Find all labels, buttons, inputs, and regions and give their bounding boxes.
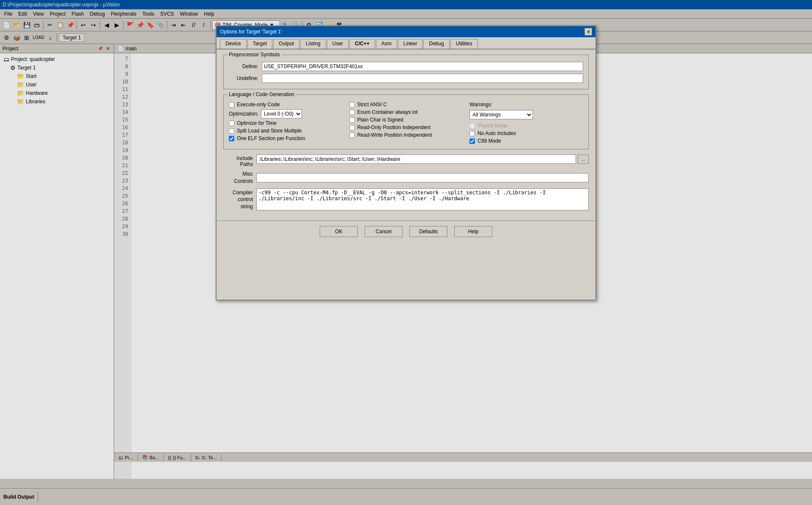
- thumb-mode-checkbox[interactable]: [469, 123, 475, 129]
- include-browse-btn[interactable]: ...: [578, 155, 589, 164]
- tab-user[interactable]: User: [327, 39, 348, 49]
- modal-body: Preprocessor Symbols Define: Undefine: L…: [217, 50, 595, 219]
- enum-container-checkbox[interactable]: [349, 110, 355, 115]
- undefine-label: Undefine:: [229, 75, 258, 81]
- one-elf-row: One ELF Section per Function: [229, 135, 343, 141]
- no-auto-includes-checkbox[interactable]: [469, 131, 475, 136]
- options-dialog: Options for Target 'Target 1' ✕ Device T…: [216, 25, 596, 301]
- compiler-string-textarea[interactable]: [256, 188, 589, 210]
- optimization-label: Optimization:: [229, 111, 258, 117]
- split-load-checkbox[interactable]: [229, 128, 234, 134]
- preprocessor-section: Preprocessor Symbols Define: Undefine:: [223, 55, 589, 89]
- strict-ansi-row: Strict ANSI C: [349, 102, 463, 108]
- modal-overlay: Options for Target 'Target 1' ✕ Device T…: [0, 0, 812, 505]
- execute-only-label: Execute-only Code: [237, 102, 280, 108]
- misc-controls-label: MiscControls: [223, 171, 253, 185]
- ok-button[interactable]: OK: [320, 226, 358, 237]
- include-paths-row: IncludePaths ...: [223, 155, 589, 167]
- plain-char-checkbox[interactable]: [349, 117, 355, 123]
- compiler-string-label: Compilercontrolstring: [223, 188, 253, 210]
- enum-container-label: Enum Container always int: [357, 109, 418, 115]
- c99-mode-checkbox[interactable]: [469, 138, 475, 144]
- misc-controls-row: MiscControls: [223, 171, 589, 185]
- modal-footer: OK Cancel Defaults Help: [217, 221, 595, 242]
- strict-ansi-checkbox[interactable]: [349, 102, 355, 108]
- undefine-row: Undefine:: [229, 74, 583, 83]
- optimize-time-label: Optimize for Time: [237, 120, 277, 126]
- split-load-label: Split Load and Store Multiple: [237, 128, 302, 134]
- define-label: Define:: [229, 63, 258, 69]
- misc-controls-input[interactable]: [256, 173, 589, 182]
- optimization-row: Optimization: Level 0 (-O0) Level 1 (-O1…: [229, 109, 343, 119]
- compiler-string-row: Compilercontrolstring: [223, 188, 589, 210]
- one-elf-checkbox[interactable]: [229, 136, 234, 141]
- tab-debug[interactable]: Debug: [423, 39, 449, 49]
- language-section: Language / Code Generation Execute-only …: [223, 94, 589, 149]
- tab-asm[interactable]: Asm: [376, 39, 397, 49]
- c99-mode-row: C99 Mode: [469, 138, 583, 144]
- language-legend: Language / Code Generation: [227, 91, 296, 97]
- tab-listing[interactable]: Listing: [300, 39, 326, 49]
- modal-close-btn[interactable]: ✕: [584, 28, 592, 36]
- plain-char-row: Plain Char is Signed: [349, 117, 463, 123]
- include-paths-input[interactable]: [256, 155, 576, 164]
- undefine-input[interactable]: [262, 74, 583, 83]
- enum-container-row: Enum Container always int: [349, 109, 463, 115]
- read-only-pos-label: Read-Only Position Independent: [357, 124, 431, 130]
- lang-col-1: Execute-only Code Optimization: Level 0 …: [229, 102, 343, 146]
- warnings-select-row: All Warnings No Warnings Unspecified: [469, 110, 583, 119]
- define-input[interactable]: [262, 62, 583, 71]
- help-button[interactable]: Help: [454, 226, 492, 237]
- tab-linker[interactable]: Linker: [398, 39, 423, 49]
- warnings-select[interactable]: All Warnings No Warnings Unspecified: [469, 110, 533, 119]
- no-auto-includes-label: No Auto Includes: [477, 130, 516, 136]
- read-only-pos-row: Read-Only Position Independent: [349, 124, 463, 130]
- warnings-label-row: Warnings:: [469, 102, 583, 108]
- modal-title-text: Options for Target 'Target 1': [220, 29, 282, 35]
- optimization-select[interactable]: Level 0 (-O0) Level 1 (-O1) Level 2 (-O2…: [261, 109, 302, 119]
- read-only-pos-checkbox[interactable]: [349, 125, 355, 130]
- tab-utilities[interactable]: Utilities: [450, 39, 478, 49]
- optimize-time-row: Optimize for Time: [229, 120, 343, 126]
- lang-col-2: Strict ANSI C Enum Container always int …: [349, 102, 463, 146]
- read-write-pos-row: Read-Write Position Independent: [349, 132, 463, 138]
- split-load-row: Split Load and Store Multiple: [229, 128, 343, 134]
- c99-mode-label: C99 Mode: [477, 138, 501, 144]
- optimize-time-checkbox[interactable]: [229, 121, 234, 126]
- read-write-pos-checkbox[interactable]: [349, 132, 355, 138]
- defaults-button[interactable]: Defaults: [409, 226, 447, 237]
- execute-only-row: Execute-only Code: [229, 102, 343, 108]
- warnings-label: Warnings:: [469, 102, 492, 108]
- modal-tabs: Device Target Output Listing User C/C++ …: [217, 37, 595, 50]
- language-columns: Execute-only Code Optimization: Level 0 …: [229, 102, 583, 146]
- tab-output[interactable]: Output: [273, 39, 299, 49]
- tab-target[interactable]: Target: [247, 39, 272, 49]
- include-paths-wrap: ...: [256, 155, 589, 164]
- tab-device[interactable]: Device: [220, 39, 247, 49]
- tab-cpp[interactable]: C/C++: [349, 39, 375, 49]
- plain-char-label: Plain Char is Signed: [357, 117, 403, 123]
- thumb-mode-row: Thumb Mode: [469, 123, 583, 129]
- include-paths-label: IncludePaths: [223, 155, 253, 167]
- strict-ansi-label: Strict ANSI C: [357, 102, 387, 108]
- no-auto-includes-row: No Auto Includes: [469, 130, 583, 136]
- execute-only-checkbox[interactable]: [229, 102, 234, 108]
- cancel-button[interactable]: Cancel: [365, 226, 403, 237]
- lang-col-3: Warnings: All Warnings No Warnings Unspe…: [469, 102, 583, 146]
- modal-title-bar: Options for Target 'Target 1' ✕: [217, 26, 595, 37]
- define-row: Define:: [229, 62, 583, 71]
- one-elf-label: One ELF Section per Function: [237, 135, 305, 141]
- read-write-pos-label: Read-Write Position Independent: [357, 132, 432, 138]
- preprocessor-legend: Preprocessor Symbols: [227, 52, 282, 58]
- thumb-mode-label: Thumb Mode: [477, 123, 508, 129]
